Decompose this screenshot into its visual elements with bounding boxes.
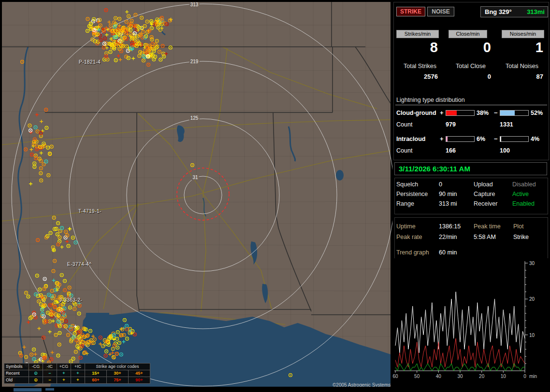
trend-graph-label: Trend graph (396, 249, 429, 256)
datetime-box: 3/11/2026 6:30:11 AM (394, 162, 547, 175)
ic-minus-bar (500, 136, 529, 142)
legend-age-title: Strike age color codes (85, 364, 150, 370)
svg-text:40: 40 (436, 374, 442, 379)
minus-sign: − (494, 135, 498, 142)
legend: Symbols-CG-IC+CG+ICStrike age color code… (4, 363, 150, 384)
stat-total-value-2: 87 (502, 73, 543, 80)
divider (395, 105, 547, 105)
age-code: 75+ (107, 377, 129, 384)
strike-symbol-icon: ⊙ (29, 370, 43, 377)
bottom-strip (0, 387, 392, 392)
legend-row-label: Old (4, 377, 29, 384)
count-label: Count (396, 121, 412, 128)
strike-symbol-icon: + (57, 370, 71, 377)
legend-col-header: -CG (29, 364, 43, 370)
svg-text:10: 10 (501, 374, 507, 379)
age-code: 90+ (129, 377, 150, 384)
cg-minus-pct: 52% (531, 110, 543, 116)
legend-col-header: +CG (57, 364, 71, 370)
strike-symbol-icon: + (71, 370, 85, 377)
distribution-title: Lightning type distribution (396, 97, 465, 103)
setting-label: Squelch (396, 181, 418, 188)
cg-plus-pct: 38% (477, 110, 489, 116)
trend-window-value: 60 min (439, 249, 457, 256)
setting-status: Enabled (512, 200, 535, 207)
age-code: 45+ (129, 370, 150, 377)
cg-minus-bar (500, 110, 529, 116)
bearing-range: 313mi (527, 7, 545, 17)
strike-symbol-icon: + (71, 377, 85, 384)
svg-text:0: 0 (523, 374, 526, 379)
storm-cell-label: E-3774-4^ (67, 262, 91, 267)
uptime-label: Uptime (396, 223, 416, 230)
stat-total-value-0: 2576 (396, 73, 438, 80)
storm-cell-label: T-4719-1- (78, 209, 101, 214)
stat-chip-0: Strikes/min (396, 30, 439, 38)
dist-row-name: Intracloud (396, 136, 425, 142)
legend-symbols-header: Symbols (4, 364, 29, 370)
plot-value: Strike (513, 234, 529, 240)
strike-symbol-icon: − (43, 377, 57, 384)
count-label: Count (396, 147, 412, 154)
stat-rate-1: 0 (449, 40, 491, 56)
plus-sign: + (440, 135, 444, 142)
range-ring-label: 31 (191, 175, 199, 180)
strikestar-app: { "map": { "land_color": "#6d6158", "wat… (0, 0, 550, 392)
ic-plus-pct: 6% (477, 136, 485, 142)
bearing-display: Bng 329° 313mi (480, 6, 548, 17)
bearing-value: Bng 329° (485, 7, 512, 17)
legend-col-header: +IC (71, 364, 85, 370)
uptime-value: 1386:15 (439, 223, 461, 230)
svg-text:30: 30 (457, 374, 463, 379)
svg-text:60: 60 (392, 374, 398, 379)
setting-value: 313 mi (439, 200, 457, 207)
peak-rate-value: 22/min (439, 234, 457, 240)
legend-row-label: Recent (4, 370, 29, 377)
setting-label: Upload (474, 181, 493, 188)
stat-total-value-1: 0 (449, 73, 491, 80)
trend-graph: 1020306050403020100min (392, 258, 550, 391)
strike-symbol-icon: − (43, 370, 57, 377)
ic-plus-count: 166 (446, 147, 456, 154)
storm-cell-label: P-1821-4 (79, 60, 101, 65)
peak-time-value: 5:58 AM (474, 234, 496, 240)
svg-text:10: 10 (529, 333, 535, 338)
plot-label: Plot (513, 223, 524, 230)
setting-status: Active (512, 191, 529, 197)
water-fragment (14, 388, 42, 392)
status-panel: STRIKE NOISE Bng 329° 313mi Strikes/min8… (392, 0, 550, 392)
dist-row-name: Cloud-ground (396, 110, 436, 116)
plus-sign: + (440, 109, 444, 116)
cg-plus-bar (446, 110, 475, 116)
range-ring-label: 219 (189, 59, 200, 64)
stat-chip-2: Noises/min (502, 30, 544, 38)
ic-minus-count: 100 (500, 147, 510, 154)
cg-minus-count: 1331 (500, 121, 513, 128)
cloud-ground-row: Cloud-ground + 38% − 52% (392, 110, 550, 116)
svg-text:50: 50 (414, 374, 420, 379)
minus-sign: − (494, 109, 498, 116)
strike-symbol-icon: + (57, 377, 71, 384)
strike-toggle-button[interactable]: STRIKE (396, 7, 425, 16)
stat-rate-2: 1 (502, 40, 543, 56)
svg-text:20: 20 (529, 296, 535, 302)
setting-status: Disabled (512, 181, 536, 188)
stat-total-label-1: Total Close (447, 63, 495, 70)
noise-toggle-button[interactable]: NOISE (427, 7, 454, 16)
peak-time-label: Peak time (474, 223, 501, 230)
stat-chip-1: Close/min (449, 30, 487, 38)
setting-value: 90 min (439, 191, 457, 197)
stat-total-label-0: Total Strikes (395, 63, 445, 70)
ic-minus-pct: 4% (531, 136, 539, 142)
lightning-map[interactable]: 31125219313P-1821-4T-4719-1-E-3774-4^J-3… (0, 0, 392, 392)
peak-rate-label: Peak rate (396, 234, 422, 240)
setting-label: Receiver (474, 200, 497, 207)
water-fragment (45, 388, 54, 391)
legend-col-header: -IC (43, 364, 57, 370)
setting-label: Persistence (396, 191, 428, 197)
intracloud-row: Intracloud + 6% − 4% (392, 136, 550, 142)
stat-rate-0: 8 (396, 40, 438, 56)
current-datetime: 3/11/2026 6:30:11 AM (399, 165, 470, 173)
strike-symbol-icon: ⊙ (29, 377, 43, 384)
stat-total-label-2: Total Noises (496, 63, 548, 70)
